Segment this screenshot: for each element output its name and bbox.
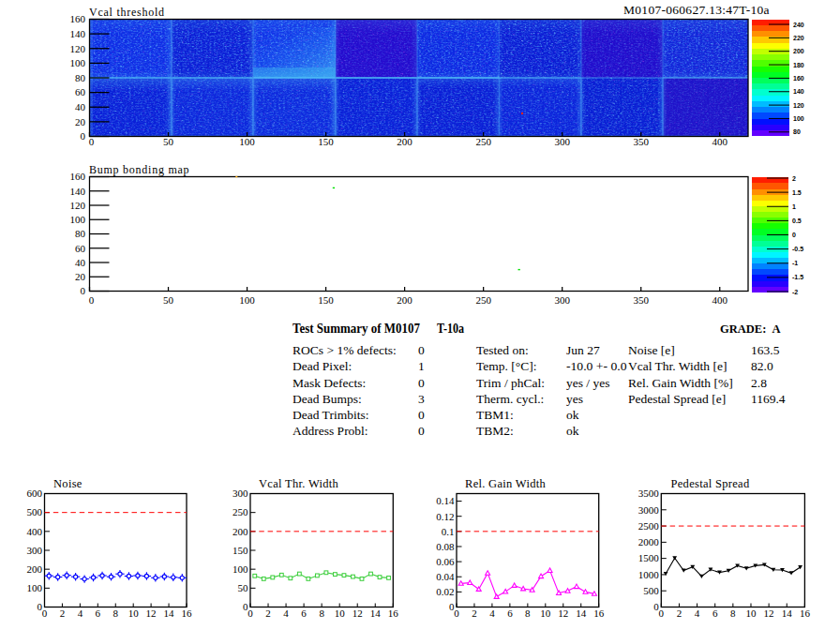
svg-text:0: 0 — [89, 136, 95, 147]
svg-text:200: 200 — [27, 563, 43, 575]
svg-text:140: 140 — [70, 186, 86, 197]
svg-text:14: 14 — [370, 608, 382, 619]
svg-text:2: 2 — [677, 608, 682, 619]
svg-text:M0107-060627.13:47T-10a: M0107-060627.13:47T-10a — [623, 3, 770, 17]
svg-text:2000: 2000 — [638, 536, 660, 548]
svg-text:T-10a: T-10a — [437, 320, 464, 336]
svg-text:10: 10 — [128, 608, 140, 619]
svg-text:3500: 3500 — [638, 488, 660, 499]
svg-text:10: 10 — [745, 608, 757, 619]
svg-text:0: 0 — [81, 130, 86, 142]
svg-text:250: 250 — [475, 136, 491, 147]
svg-text:Vcal threshold: Vcal threshold — [89, 6, 165, 19]
svg-text:6: 6 — [712, 608, 718, 619]
svg-text:200: 200 — [397, 136, 412, 147]
svg-text:-0.5: -0.5 — [792, 246, 803, 252]
svg-text:80: 80 — [793, 128, 801, 135]
svg-text:Noise [e]: Noise [e] — [628, 343, 675, 357]
svg-text:140: 140 — [70, 28, 86, 39]
svg-text:100: 100 — [27, 582, 43, 593]
svg-text:0.14: 0.14 — [436, 495, 455, 506]
svg-text:Pedestal Spread [e]: Pedestal Spread [e] — [628, 392, 726, 406]
svg-text:14: 14 — [164, 608, 175, 619]
svg-text:ok: ok — [566, 424, 579, 438]
svg-text:8: 8 — [113, 608, 119, 619]
svg-text:yes / yes: yes / yes — [566, 376, 610, 390]
svg-text:20: 20 — [75, 271, 86, 282]
svg-text:0: 0 — [89, 294, 95, 306]
svg-text:0.06: 0.06 — [436, 556, 455, 567]
svg-text:1: 1 — [418, 359, 425, 373]
svg-text:100: 100 — [70, 214, 86, 225]
svg-text:16: 16 — [388, 608, 399, 619]
svg-text:TBM2:: TBM2: — [476, 424, 514, 438]
svg-text:16: 16 — [182, 608, 193, 619]
svg-text:TBM1:: TBM1: — [476, 408, 514, 422]
svg-text:0: 0 — [792, 232, 796, 238]
svg-text:-2: -2 — [792, 289, 798, 295]
svg-text:0.04: 0.04 — [436, 571, 455, 582]
svg-text:80: 80 — [75, 228, 86, 239]
svg-text:40: 40 — [75, 257, 86, 268]
svg-text:350: 350 — [633, 294, 649, 306]
svg-text:10: 10 — [335, 608, 346, 619]
svg-text:1: 1 — [792, 203, 796, 210]
svg-text:ROCs > 1% defects:: ROCs > 1% defects: — [292, 343, 397, 357]
svg-text:16: 16 — [800, 608, 811, 619]
svg-text:Jun 27: Jun 27 — [566, 343, 600, 357]
svg-text:350: 350 — [633, 136, 649, 147]
svg-text:Rel. Gain Width: Rel. Gain Width — [465, 477, 546, 490]
svg-text:20: 20 — [75, 116, 86, 128]
svg-text:Vcal Thr. Width: Vcal Thr. Width — [259, 477, 339, 490]
svg-text:0: 0 — [418, 408, 425, 422]
svg-text:300: 300 — [554, 136, 570, 147]
svg-text:160: 160 — [793, 75, 804, 82]
svg-text:2: 2 — [60, 608, 66, 619]
svg-text:2.8: 2.8 — [751, 376, 767, 390]
svg-text:120: 120 — [70, 200, 86, 211]
svg-text:16: 16 — [593, 608, 605, 619]
svg-text:150: 150 — [318, 136, 334, 147]
svg-text:60: 60 — [75, 86, 86, 98]
svg-text:4: 4 — [489, 608, 495, 619]
svg-text:200: 200 — [793, 48, 804, 54]
svg-text:Trim / phCal:: Trim / phCal: — [476, 376, 545, 390]
svg-text:500: 500 — [643, 585, 659, 596]
svg-text:2500: 2500 — [638, 520, 660, 532]
svg-text:-1.5: -1.5 — [792, 274, 803, 280]
svg-text:163.5: 163.5 — [751, 343, 780, 357]
svg-text:4: 4 — [283, 608, 289, 619]
svg-text:120: 120 — [70, 43, 86, 54]
svg-text:82.0: 82.0 — [751, 359, 773, 373]
svg-text:0.08: 0.08 — [436, 541, 455, 552]
svg-text:Mask Defects:: Mask Defects: — [292, 376, 366, 390]
svg-text:100: 100 — [239, 136, 255, 147]
svg-text:160: 160 — [70, 13, 86, 24]
svg-text:GRADE: A: GRADE: A — [720, 322, 781, 336]
svg-text:200: 200 — [397, 294, 412, 306]
svg-text:400: 400 — [712, 294, 728, 306]
svg-text:220: 220 — [793, 35, 804, 41]
svg-text:2: 2 — [792, 175, 796, 182]
svg-text:4: 4 — [695, 608, 700, 619]
svg-text:6: 6 — [301, 608, 307, 619]
svg-text:8: 8 — [730, 608, 736, 619]
svg-text:4: 4 — [78, 608, 83, 619]
svg-text:-10.0 +- 0.0: -10.0 +- 0.0 — [566, 359, 627, 373]
svg-text:Dead Trimbits:: Dead Trimbits: — [292, 408, 368, 422]
svg-text:250: 250 — [475, 294, 491, 306]
svg-text:Rel. Gain Width [%]: Rel. Gain Width [%] — [628, 376, 733, 390]
svg-text:Dead Pixel:: Dead Pixel: — [292, 359, 352, 373]
svg-text:50: 50 — [163, 136, 174, 147]
svg-text:150: 150 — [232, 545, 248, 556]
svg-text:0: 0 — [418, 376, 425, 390]
svg-text:200: 200 — [232, 526, 248, 537]
svg-text:250: 250 — [232, 506, 248, 518]
svg-text:Test Summary of M0107: Test Summary of M0107 — [292, 320, 420, 336]
svg-text:160: 160 — [70, 171, 86, 182]
svg-text:Pedestal Spread: Pedestal Spread — [671, 477, 750, 490]
svg-text:1000: 1000 — [638, 569, 660, 580]
svg-text:100: 100 — [70, 57, 86, 68]
svg-text:Noise: Noise — [53, 477, 82, 490]
svg-text:Therm. cycl.:: Therm. cycl.: — [476, 392, 544, 406]
